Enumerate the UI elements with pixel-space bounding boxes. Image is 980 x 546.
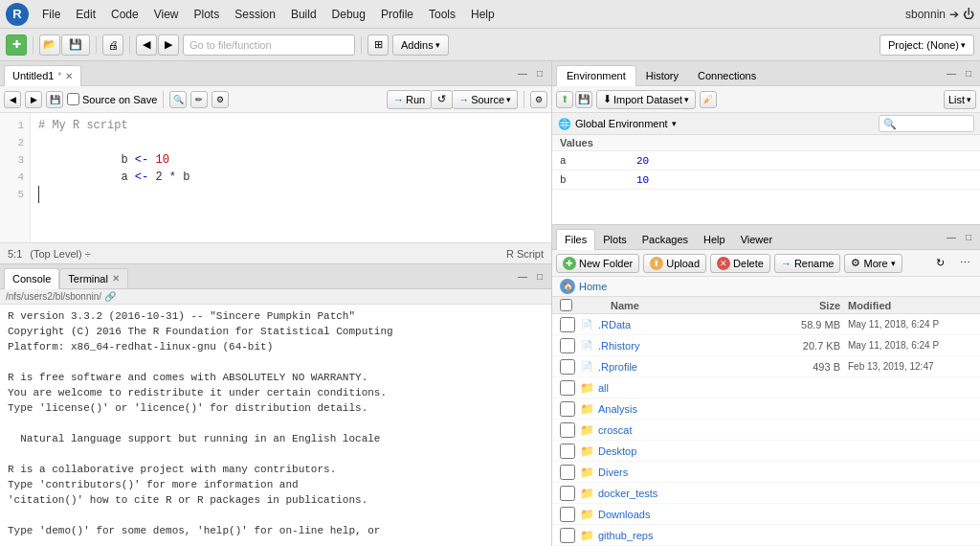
file-checkbox[interactable] xyxy=(560,465,575,480)
file-name[interactable]: docker_tests xyxy=(598,488,781,499)
editor-save-button[interactable]: 💾 xyxy=(46,91,63,108)
save-button[interactable]: 💾 xyxy=(61,34,90,56)
file-row[interactable]: 📄 .RData 58.9 MB May 11, 2018, 6:24 P xyxy=(552,314,980,335)
file-checkbox[interactable] xyxy=(560,338,575,353)
maximize-editor-button[interactable]: □ xyxy=(532,66,547,81)
editor-tab-close[interactable]: ✕ xyxy=(65,71,73,81)
editor-back-button[interactable]: ◀ xyxy=(4,91,21,108)
file-checkbox[interactable] xyxy=(560,380,575,396)
project-button[interactable]: Project: (None) ▾ xyxy=(880,34,974,56)
file-row[interactable]: 📁 Divers xyxy=(552,462,980,483)
addins-button[interactable]: Addins ▾ xyxy=(392,34,449,56)
select-all-checkbox[interactable] xyxy=(560,299,572,311)
find-button[interactable]: 🔍 xyxy=(169,91,187,108)
editor-forward-button[interactable]: ▶ xyxy=(25,91,42,108)
history-tab[interactable]: History xyxy=(636,65,688,86)
source-on-save-checkbox[interactable] xyxy=(67,93,79,105)
menu-edit[interactable]: Edit xyxy=(70,6,101,23)
file-row[interactable]: 📄 .Rprofile 493 B Feb 13, 2019, 12:47 xyxy=(552,356,980,377)
file-row[interactable]: 📁 Analysis xyxy=(552,398,980,420)
menu-debug[interactable]: Debug xyxy=(326,6,371,23)
grid-button[interactable]: ⊞ xyxy=(368,34,389,56)
open-button[interactable]: 📂 xyxy=(39,34,60,56)
code-tools-button[interactable]: ⚙ xyxy=(212,91,229,108)
menu-build[interactable]: Build xyxy=(285,6,323,23)
file-row[interactable]: 📁 croscat xyxy=(552,420,980,441)
source-button[interactable]: → Source ▾ xyxy=(453,90,518,109)
print-button[interactable]: 🖨 xyxy=(102,34,123,56)
plots-tab[interactable]: Plots xyxy=(595,229,634,250)
power-icon[interactable]: ⏻ xyxy=(963,8,974,21)
file-checkbox[interactable] xyxy=(560,528,575,543)
menu-session[interactable]: Session xyxy=(229,6,281,23)
global-env-chevron[interactable]: ▾ xyxy=(672,119,677,128)
file-name[interactable]: Desktop xyxy=(598,445,781,457)
file-row[interactable]: 📁 docker_tests xyxy=(552,483,980,504)
file-row[interactable]: 📁 all xyxy=(552,377,980,398)
upload-button[interactable]: ⬆ Upload xyxy=(643,254,706,273)
file-checkbox[interactable] xyxy=(560,444,575,459)
more-button[interactable]: ⚙ More ▾ xyxy=(844,254,902,273)
user-icon[interactable]: ➔ xyxy=(949,8,959,21)
env-download-button[interactable]: 💾 xyxy=(575,91,592,108)
console-content[interactable]: R version 3.3.2 (2016-10-31) -- "Sincere… xyxy=(0,305,551,546)
file-name[interactable]: .Rhistory xyxy=(598,340,781,352)
path-link-icon[interactable]: 🔗 xyxy=(104,291,116,302)
env-row-b[interactable]: b 10 xyxy=(552,171,980,190)
menu-tools[interactable]: Tools xyxy=(423,6,461,23)
goto-input[interactable]: Go to file/function xyxy=(183,34,355,56)
menu-view[interactable]: View xyxy=(148,6,185,23)
list-button[interactable]: List ▾ xyxy=(944,90,976,109)
file-name[interactable]: all xyxy=(598,382,781,394)
minimize-editor-button[interactable]: — xyxy=(515,66,530,81)
import-dataset-button[interactable]: ⬇ Import Dataset ▾ xyxy=(596,90,696,109)
maximize-files-button[interactable]: □ xyxy=(961,230,976,245)
spell-button[interactable]: ✏ xyxy=(190,91,208,108)
minimize-console-button[interactable]: — xyxy=(515,269,530,284)
file-name[interactable]: .Rprofile xyxy=(598,361,781,373)
file-name[interactable]: croscat xyxy=(598,424,781,436)
editor-tab-untitled[interactable]: Untitled1 * ✕ xyxy=(4,65,81,86)
refresh-button[interactable]: ↻ xyxy=(930,254,950,273)
viewer-tab[interactable]: Viewer xyxy=(733,229,780,250)
terminal-tab-close[interactable]: ✕ xyxy=(112,273,120,284)
rerun-button[interactable]: ↺ xyxy=(432,90,453,109)
help-tab[interactable]: Help xyxy=(696,229,733,250)
env-search-input[interactable] xyxy=(879,115,974,132)
file-checkbox[interactable] xyxy=(560,486,575,501)
rename-button[interactable]: → Rename xyxy=(774,254,841,273)
file-checkbox[interactable] xyxy=(560,422,575,438)
maximize-console-button[interactable]: □ xyxy=(532,269,547,284)
file-checkbox[interactable] xyxy=(560,401,575,417)
file-row[interactable]: 📁 Downloads xyxy=(552,504,980,525)
file-checkbox[interactable] xyxy=(560,507,575,522)
files-tab[interactable]: Files xyxy=(556,229,595,250)
file-row[interactable]: 📄 .Rhistory 20.7 KB May 11, 2018, 6:24 P xyxy=(552,335,980,356)
menu-code[interactable]: Code xyxy=(105,6,145,23)
files-more-button[interactable]: ⋯ xyxy=(954,254,976,273)
file-row[interactable]: 📁 Desktop xyxy=(552,441,980,462)
menu-profile[interactable]: Profile xyxy=(375,6,419,23)
env-upload-button[interactable]: ⬆ xyxy=(556,91,573,108)
new-folder-button[interactable]: ✚ New Folder xyxy=(556,254,639,273)
file-name[interactable]: Downloads xyxy=(598,509,781,520)
file-checkbox[interactable] xyxy=(560,317,575,332)
environment-tab[interactable]: Environment xyxy=(556,65,636,86)
file-row[interactable]: 📁 github_reps xyxy=(552,525,980,546)
file-name[interactable]: Divers xyxy=(598,466,781,478)
source-on-save[interactable]: Source on Save xyxy=(67,93,157,105)
connections-tab[interactable]: Connections xyxy=(688,65,766,86)
delete-button[interactable]: ✕ Delete xyxy=(710,254,770,273)
path-home-label[interactable]: Home xyxy=(579,281,607,292)
back-button[interactable]: ◀ xyxy=(136,34,157,56)
packages-tab[interactable]: Packages xyxy=(635,229,696,250)
menu-help[interactable]: Help xyxy=(465,6,501,23)
menu-plots[interactable]: Plots xyxy=(189,6,226,23)
file-name[interactable]: Analysis xyxy=(598,403,781,415)
file-name[interactable]: .RData xyxy=(598,319,781,330)
global-env-label[interactable]: Global Environment xyxy=(575,118,668,129)
new-file-button[interactable]: ✚ xyxy=(6,34,27,56)
terminal-tab[interactable]: Terminal ✕ xyxy=(59,268,128,289)
minimize-files-button[interactable]: — xyxy=(944,230,959,245)
file-name[interactable]: github_reps xyxy=(598,530,781,541)
